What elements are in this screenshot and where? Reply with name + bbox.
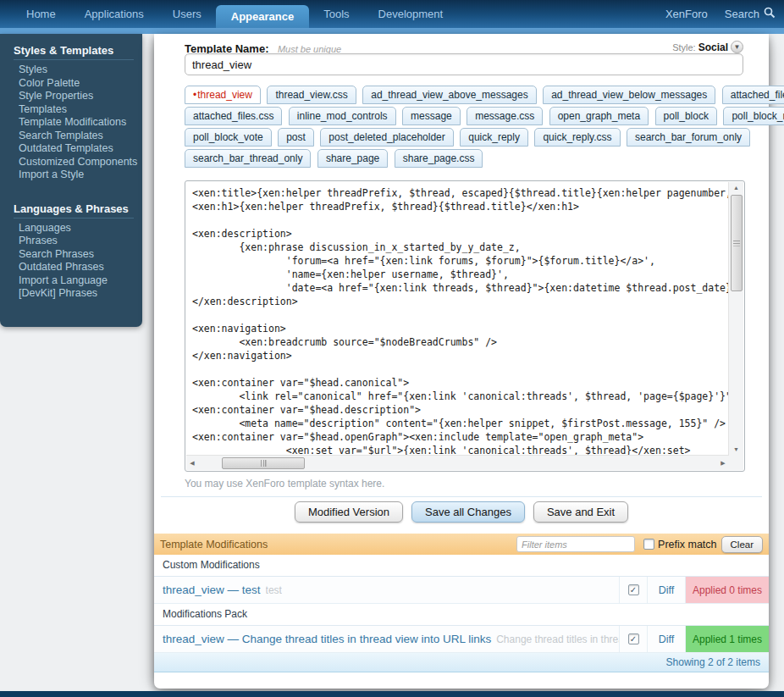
- code-line: <xen:h1>{xen:helper threadPrefix, $threa…: [192, 200, 727, 213]
- sidebar-item-templates[interactable]: Templates: [19, 103, 142, 117]
- tab-quick-reply-css[interactable]: quick_reply.css: [534, 128, 620, 147]
- divider: [161, 496, 762, 497]
- syntax-note: You may use XenForo template syntax here…: [185, 478, 384, 490]
- tab-poll-block-vote[interactable]: poll_block_vote: [185, 128, 272, 147]
- sidebar-item-customized-components[interactable]: Customized Components: [19, 156, 142, 169]
- nav-item-development[interactable]: Development: [364, 0, 458, 28]
- code-line: <xen:set var="$url">{xen:link 'canonical…: [192, 444, 727, 456]
- search-link[interactable]: Search: [725, 7, 776, 21]
- sidebar-section-title: Languages & Phrases: [14, 201, 134, 219]
- nav-item-tools[interactable]: Tools: [309, 0, 363, 28]
- sidebar-item-languages[interactable]: Languages: [19, 222, 142, 235]
- group-header-modifications-pack: Modifications Pack: [154, 604, 769, 626]
- scrollbar-corner: [729, 456, 743, 470]
- enabled-checkbox[interactable]: ✓: [628, 584, 639, 595]
- template-code-editor: <xen:title>{xen:helper threadPrefix, $th…: [185, 180, 745, 472]
- modification-description: test: [266, 584, 282, 596]
- page-footer-strip: [0, 691, 784, 697]
- template-name-header: Template Name: Must be unique Style: Soc…: [185, 41, 743, 54]
- nav-item-appearance[interactable]: Appearance: [216, 5, 309, 28]
- nav-item-applications[interactable]: Applications: [70, 0, 158, 28]
- sidebar-item-search-templates[interactable]: Search Templates: [19, 130, 142, 143]
- nav-item-home[interactable]: Home: [12, 0, 70, 28]
- tab-poll-block-result[interactable]: poll_block_result: [723, 107, 784, 125]
- modified-version-button[interactable]: Modified Version: [295, 501, 403, 523]
- style-label: Style:: [672, 42, 696, 53]
- sidebar-item-styles[interactable]: Styles: [19, 64, 142, 77]
- showing-items-footer: Showing 2 of 2 items: [154, 653, 769, 672]
- main-panel: Template Name: Must be unique Style: Soc…: [154, 34, 769, 689]
- sidebar-item-search-phrases[interactable]: Search Phrases: [19, 248, 142, 262]
- tab-thread-view[interactable]: •thread_view: [185, 86, 261, 104]
- prefix-match-label: Prefix match: [658, 539, 716, 550]
- nav-menu: Home Applications Users Appearance Tools…: [0, 0, 457, 28]
- search-icon: [764, 7, 776, 21]
- code-textarea[interactable]: <xen:title>{xen:helper threadPrefix, $th…: [186, 182, 729, 456]
- unsaved-marker: •: [193, 89, 196, 101]
- code-line: [192, 362, 727, 376]
- tab-ad-thread-view-below-messages[interactable]: ad_thread_view_below_messages: [543, 86, 715, 104]
- tab-share-page[interactable]: share_page: [317, 149, 388, 168]
- style-selector: Style: Social ▼: [672, 41, 743, 53]
- sidebar-item-outdated-templates[interactable]: Outdated Templates: [19, 142, 142, 156]
- sidebar-item-outdated-phrases[interactable]: Outdated Phrases: [19, 261, 142, 274]
- tab-search-bar-forum-only[interactable]: search_bar_forum_only: [627, 128, 750, 147]
- modification-link[interactable]: thread_view — test: [163, 584, 261, 596]
- code-line: <meta name="description" content="{xen:h…: [192, 417, 727, 430]
- tab-ad-thread-view-above-messages[interactable]: ad_thread_view_above_messages: [362, 86, 536, 104]
- tab-inline-mod-controls[interactable]: inline_mod_controls: [289, 107, 396, 125]
- save-and-exit-button[interactable]: Save and Exit: [533, 501, 628, 523]
- prefix-match-checkbox[interactable]: [643, 539, 654, 550]
- sidebar-item-color-palette[interactable]: Color Palette: [19, 77, 142, 91]
- tab-message-css[interactable]: message.css: [467, 107, 543, 125]
- sidebar-section-languages-phrases: Languages & Phrases Languages Phrases Se…: [0, 201, 142, 301]
- diff-link[interactable]: Diff: [659, 584, 675, 596]
- modification-description: Change thread titles in thread: [496, 633, 619, 645]
- modification-row: thread_view — test test ✓ Diff Applied 0…: [154, 577, 769, 604]
- template-name-input[interactable]: [185, 53, 743, 75]
- sidebar: Styles & Templates Styles Color Palette …: [0, 34, 142, 327]
- tab-quick-reply[interactable]: quick_reply: [460, 128, 528, 147]
- modification-row: thread_view — Change thread titles in th…: [154, 626, 769, 653]
- sidebar-item-phrases[interactable]: Phrases: [19, 235, 142, 248]
- tab-search-bar-thread-only[interactable]: search_bar_thread_only: [185, 149, 311, 168]
- sidebar-item-style-properties[interactable]: Style Properties: [19, 90, 142, 103]
- clear-filter-button[interactable]: Clear: [721, 536, 763, 553]
- tab-post[interactable]: post: [278, 128, 314, 147]
- scroll-down-icon[interactable]: ▼: [729, 444, 743, 456]
- vertical-scrollbar[interactable]: ▲ ▼: [728, 182, 743, 456]
- horizontal-scrollbar[interactable]: ◀ ▶: [186, 455, 729, 470]
- filter-items-input[interactable]: [516, 536, 635, 552]
- scroll-up-icon[interactable]: ▲: [729, 182, 743, 194]
- tab-thread-view-css[interactable]: thread_view.css: [267, 86, 356, 104]
- save-all-changes-button[interactable]: Save all Changes: [411, 501, 525, 523]
- diff-link[interactable]: Diff: [659, 633, 675, 645]
- horizontal-scrollbar-thumb[interactable]: [222, 457, 305, 469]
- scroll-right-icon[interactable]: ▶: [717, 456, 729, 470]
- scroll-left-icon[interactable]: ◀: [186, 456, 198, 470]
- modification-link[interactable]: thread_view — Change thread titles in th…: [163, 633, 491, 645]
- tab-message[interactable]: message: [402, 107, 461, 125]
- tab-attached-files[interactable]: attached_files: [722, 86, 784, 104]
- tab-share-page-css[interactable]: share_page.css: [395, 149, 483, 168]
- tab-open-graph-meta[interactable]: open_graph_meta: [549, 107, 649, 125]
- nav-item-users[interactable]: Users: [158, 0, 216, 28]
- sidebar-item-import-a-style[interactable]: Import a Style: [19, 169, 142, 182]
- template-modifications-bar: Template Modifications Prefix match Clea…: [154, 534, 769, 555]
- style-dropdown-icon[interactable]: ▼: [731, 41, 743, 53]
- status-badge-applied-0-times: Applied 0 times: [685, 577, 769, 603]
- sidebar-item-import-a-language[interactable]: Import a Language: [19, 274, 142, 288]
- code-line: {xen:phrase discussion_in_x_started_by_y…: [192, 241, 727, 254]
- sidebar-item-template-modifications[interactable]: Template Modifications: [19, 116, 142, 130]
- tab-poll-block[interactable]: poll_block: [655, 107, 717, 125]
- template-tabs: •thread_view thread_view.css ad_thread_v…: [185, 86, 752, 170]
- brand-link[interactable]: XenForo: [665, 8, 708, 20]
- tab-attached-files-css[interactable]: attached_files.css: [185, 107, 282, 125]
- navbar-accent-strip: [0, 28, 784, 34]
- vertical-scrollbar-thumb[interactable]: [731, 195, 743, 291]
- sidebar-item-devkit-phrases[interactable]: [DevKit] Phrases: [19, 287, 142, 301]
- template-modifications-title: Template Modifications: [160, 539, 516, 550]
- tab-post-deleted-placeholder[interactable]: post_deleted_placeholder: [320, 128, 453, 147]
- enabled-checkbox[interactable]: ✓: [628, 633, 639, 644]
- code-line: </xen:description>: [192, 295, 727, 308]
